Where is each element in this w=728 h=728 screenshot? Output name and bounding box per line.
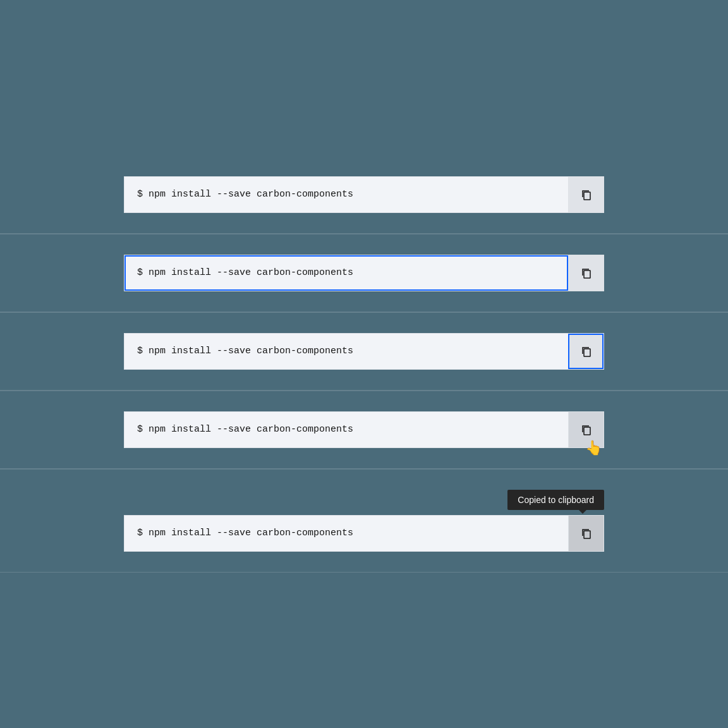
copy-button-clicked[interactable] — [568, 516, 604, 551]
copy-icon-btn-focused — [580, 345, 593, 358]
code-snippet-btn-focused: $ npm install --save carbon-components — [124, 333, 604, 370]
code-text-hover: $ npm install --save carbon-components — [124, 413, 568, 446]
copy-button-hover[interactable] — [568, 412, 604, 447]
tooltip-container: Copied to clipboard $ npm install --save… — [124, 490, 604, 552]
code-text-wrapper-focused: $ npm install --save carbon-components — [124, 255, 568, 291]
copy-icon-default — [580, 188, 593, 201]
svg-rect-3 — [584, 427, 590, 435]
copy-icon-hover — [580, 423, 593, 436]
svg-rect-1 — [584, 270, 590, 278]
code-text-clicked: $ npm install --save carbon-components — [124, 516, 568, 550]
code-text-wrapper-default: $ npm install --save carbon-components — [124, 177, 568, 212]
section-default: $ npm install --save carbon-components — [0, 156, 728, 234]
code-text-btn-focused: $ npm install --save carbon-components — [124, 334, 568, 368]
code-snippet-default: $ npm install --save carbon-components — [124, 176, 604, 213]
code-text-wrapper-hover: $ npm install --save carbon-components — [124, 412, 568, 447]
copy-button-default[interactable] — [568, 177, 604, 212]
code-text-wrapper-btn-focused: $ npm install --save carbon-components — [124, 334, 568, 369]
code-snippet-clicked: $ npm install --save carbon-components — [124, 515, 604, 552]
copy-btn-wrapper-hover: 👆 — [568, 412, 604, 447]
section-code-focused: $ npm install --save carbon-components — [0, 234, 728, 312]
copy-icon-code-focused — [580, 267, 593, 279]
code-snippet-code-focused: $ npm install --save carbon-components — [124, 255, 604, 291]
copy-button-btn-focused[interactable] — [568, 334, 604, 369]
section-btn-focused: $ npm install --save carbon-components — [0, 313, 728, 391]
code-snippet-hover: $ npm install --save carbon-components 👆 — [124, 411, 604, 448]
code-text-focused: $ npm install --save carbon-components — [124, 256, 568, 289]
svg-rect-0 — [584, 192, 590, 200]
copy-icon-clicked — [580, 527, 593, 540]
svg-rect-4 — [584, 531, 590, 538]
section-clicked: Copied to clipboard $ npm install --save… — [0, 470, 728, 573]
code-text-default: $ npm install --save carbon-components — [124, 178, 568, 211]
svg-rect-2 — [584, 349, 590, 356]
copy-button-code-focused[interactable] — [568, 255, 604, 291]
tooltip: Copied to clipboard — [507, 490, 604, 510]
code-text-wrapper-clicked: $ npm install --save carbon-components — [124, 516, 568, 551]
section-hover: $ npm install --save carbon-components 👆 — [0, 391, 728, 469]
